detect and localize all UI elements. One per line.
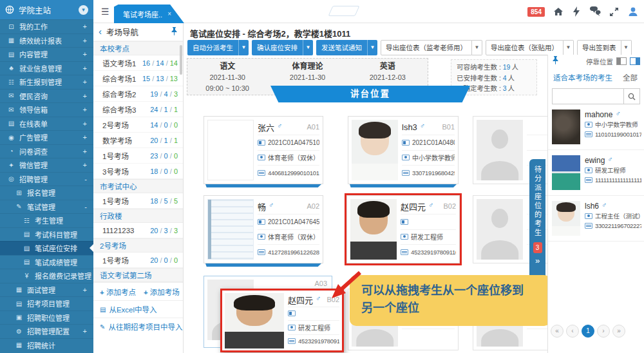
send-notice-button[interactable]: 发送笔试通知▼ — [316, 40, 377, 55]
export-seat-invigilator-button[interactable]: 导出座位表（监考老师用）▼ — [381, 40, 482, 55]
confirmed-bar — [205, 263, 321, 267]
page-next-button[interactable]: › — [597, 325, 610, 338]
nav-room-no2[interactable]: 2号考场1400 — [93, 117, 183, 133]
add-site-button[interactable]: + 添加考点 — [100, 287, 136, 297]
nav-room-comprehensive3[interactable]: 综合考场32411 — [93, 102, 183, 117]
gear-icon: ⚙ — [14, 328, 24, 335]
seat-number: A02 — [307, 202, 319, 210]
sidebar-item-online-forms[interactable]: ▤在线表单+ — [0, 117, 93, 131]
pin-icon[interactable] — [552, 56, 559, 66]
sidebar-item-signup-mgmt[interactable]: ⊞报名管理 — [0, 186, 93, 200]
chevron-down-icon[interactable]: ▼ — [564, 40, 574, 55]
candidate-item-mahone[interactable]: mahone♂ 中小学数学教师 110101199001017030 — [548, 104, 644, 150]
exam-room-nav-panel: ‹ 考场导航 本校考点 语文考场1161414 综合考场1151313 综合考场… — [93, 23, 184, 353]
export-seat-post-button[interactable]: 导出座位表（张贴用）▼ — [486, 40, 574, 55]
page-current[interactable]: 1 — [582, 325, 594, 338]
candidate-search-input[interactable] — [552, 88, 623, 104]
sidebar-item-survey[interactable]: ◔问卷调查+ — [0, 144, 93, 158]
tab-close-icon[interactable]: × — [167, 10, 171, 17]
excel-icon: ▤ — [100, 306, 106, 313]
page-last-button[interactable]: » — [612, 325, 625, 338]
sidebar-item-interview-mgmt[interactable]: ▦面试管理+ — [0, 283, 93, 297]
nav-room-city-no1[interactable]: 1号考场1855 — [93, 193, 183, 209]
sidebar-item-recruit-position-mgmt[interactable]: ▣招聘职位管理 — [0, 310, 93, 325]
page-first-button[interactable]: « — [551, 325, 564, 338]
sidebar-item-employment-info[interactable]: ♣就业信息管理+ — [0, 61, 93, 75]
menu-toggle-icon[interactable]: ☰ — [101, 6, 109, 17]
sidebar-item-written-exam-mgmt[interactable]: ✎笔试管理- — [0, 200, 93, 214]
sidebar-item-recruit-project-mgmt[interactable]: ▤招考项目管理 — [0, 296, 93, 310]
nav-scrollbar[interactable] — [180, 45, 182, 75]
chevron-down-icon[interactable]: ▼ — [621, 40, 632, 55]
nav-room-math[interactable]: 数学考场2011 — [93, 133, 183, 148]
tab-fit-candidates[interactable]: 适合本考场的考生 — [553, 72, 612, 82]
search-button[interactable] — [623, 88, 640, 104]
seat-card-a01[interactable]: 张六♂A01 2021C01A047510 体育老师（双休） 440681299… — [204, 116, 323, 184]
sidebar-item-candidate-mgmt[interactable]: ☷考生管理 — [0, 213, 93, 227]
chevron-down-icon[interactable]: ▼ — [472, 40, 482, 55]
dock-right-icon[interactable] — [630, 57, 640, 65]
fullscreen-icon[interactable] — [609, 7, 619, 17]
add-room-button[interactable]: + 添加考场 — [144, 287, 180, 297]
import-excel-button[interactable]: ▤从Excel中导入 — [93, 300, 183, 318]
seat-card-b02-highlighted[interactable]: 赵四元♂B02 研发工程师 452329197809110316 — [346, 195, 460, 263]
dragged-seat-card-b02[interactable]: 赵四元♂B02 研发工程师 452329197809110316 — [220, 289, 344, 352]
sidebar-item-my-work[interactable]: ⊡我的工作+ — [0, 19, 93, 33]
sidebar-item-recruit-stats[interactable]: ▦招聘统计 — [0, 338, 93, 352]
nav-room-11121233[interactable]: 111212332033 — [93, 223, 183, 238]
seat-card-a02[interactable]: 畅♂A02 2021C01A047645 体育老师（双休） 4127281996… — [204, 195, 323, 263]
sidebar-item-leader-mailbox[interactable]: ✉领导信箱+ — [0, 102, 93, 117]
sidebar-item-freshman-registration[interactable]: ☷新生报到管理+ — [0, 75, 93, 89]
nav-room-no1[interactable]: 1号考场2300 — [93, 148, 183, 164]
sidebar-item-recruit-mgmt[interactable]: ◎招聘管理- — [0, 172, 93, 186]
pin-icon[interactable] — [171, 27, 178, 37]
candidate-item-ewing[interactable]: ewing♂ 研发工程师 111111111111111111 — [548, 150, 644, 196]
nav-room-comprehensive1[interactable]: 综合考场1151313 — [93, 71, 183, 86]
dock-left-icon[interactable] — [616, 57, 627, 65]
sidebar-item-seat-arrangement[interactable]: ▤笔试座位安排 — [0, 241, 93, 255]
chat-icon[interactable] — [589, 6, 601, 17]
sidebar-item-convenience-consult[interactable]: ✉便民咨询+ — [0, 89, 93, 103]
sidebar-item-recruit-config[interactable]: ⚙招聘管理配置+ — [0, 324, 93, 338]
tab-all-candidates[interactable]: 全部 — [623, 72, 638, 82]
sidebar-item-performance-report[interactable]: ▦绩效统计报表+ — [0, 33, 93, 48]
nav-room-no3[interactable]: 3号考场1800 — [93, 164, 183, 179]
chevron-down-icon[interactable]: ▼ — [238, 40, 249, 55]
confirm-seats-button[interactable]: 确认座位安排▼ — [252, 40, 313, 55]
stat-capacity: 可容纳考生数19人 — [457, 62, 531, 73]
chevron-down-icon[interactable]: ▼ — [367, 40, 377, 55]
sidebar-collapse-icon[interactable]: ▾ — [79, 5, 88, 15]
candidate-item-lsh6[interactable]: lsh6♂ 工程主任（测试） 33022119670222791X — [548, 196, 644, 242]
sidebar-header[interactable]: 学院主站 ▾ — [0, 0, 93, 19]
auto-assign-button[interactable]: 自动分派考生▼ — [187, 40, 249, 55]
bolt-icon[interactable] — [572, 6, 581, 17]
exam-number-icon — [288, 310, 296, 316]
page-prev-button[interactable]: ‹ — [566, 325, 579, 338]
pending-candidates-tab[interactable]: 待分派座位的考生 3 » — [529, 159, 545, 279]
drag-hint-tooltip: 可以从拖拽考生从一个座位移到 另一个座位 — [350, 275, 551, 326]
job-icon — [585, 122, 592, 128]
sidebar-item-content-mgmt[interactable]: ▤内容管理+ — [0, 47, 93, 61]
notification-badge[interactable]: 854 — [527, 7, 545, 17]
home-icon[interactable] — [553, 6, 564, 17]
collapse-panel-icon[interactable]: ‹ — [99, 26, 102, 37]
sidebar-item-wechat-mgmt[interactable]: ✦微信管理+ — [0, 158, 93, 172]
tab-written-exam-room[interactable]: 笔试考场座.. × — [114, 5, 184, 23]
nav-room-chinese1[interactable]: 语文考场1161414 — [93, 55, 183, 71]
sidebar-item-exam-score-mgmt[interactable]: ▤笔试成绩管理 — [0, 255, 93, 269]
monitor-icon: ⊡ — [6, 23, 16, 30]
seat-card-b01[interactable]: lsh3♂B01 2021C01A048024 中小学数学教师 33071919… — [348, 116, 459, 184]
student-photo — [350, 199, 397, 260]
nav-room-2-no1[interactable]: 1号考场2000 — [93, 253, 183, 268]
import-previous-button[interactable]: ✎从往期招考项目中导入 — [93, 318, 183, 335]
nav-room-comprehensive2[interactable]: 综合考场21943 — [93, 86, 183, 102]
student-photo — [352, 120, 398, 180]
export-signin-button[interactable]: 导出签到表▼ — [577, 40, 632, 55]
chevron-down-icon[interactable]: ▼ — [303, 40, 313, 55]
page-title: 笔试座位安排 - 综合考场2，教学楼1楼1011 — [190, 27, 350, 39]
sidebar-item-exam-subject-mgmt[interactable]: ▤考试科目管理 — [0, 227, 93, 242]
sidebar-item-payment-records[interactable]: ¥报名缴费记录管理 — [0, 269, 93, 283]
sidebar-item-ad-mgmt[interactable]: ◉广告管理+ — [0, 130, 93, 144]
exam-number-icon — [402, 140, 410, 146]
user-avatar[interactable] — [627, 6, 639, 17]
